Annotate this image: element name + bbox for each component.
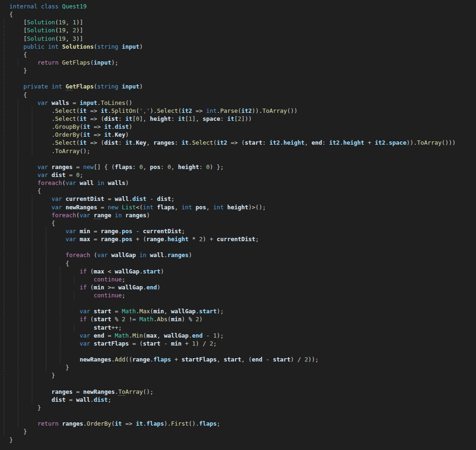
code-token: (	[90, 251, 97, 258]
code-line[interactable]: }	[0, 404, 476, 412]
code-token: [	[132, 115, 136, 122]
code-token: dist	[104, 139, 118, 146]
code-token: startFlaps	[181, 356, 216, 363]
code-line[interactable]: [Solution(19, 3)]	[0, 35, 476, 43]
code-line[interactable]: dist = wall.dist;	[0, 396, 476, 404]
code-line[interactable]: if (max < wallGap.start)	[0, 267, 476, 275]
code-line[interactable]: .GroupBy(it => it.dist)	[0, 123, 476, 131]
code-line[interactable]: return ranges.OrderBy(it => it.flaps).Fi…	[0, 420, 476, 428]
code-line[interactable]: var end = Math.Min(max, wallGap.end - 1)…	[0, 332, 476, 339]
code-line[interactable]: var start = Math.Max(min, wallGap.start)…	[0, 307, 476, 315]
code-line[interactable]: [Solution(19, 1)]	[0, 18, 476, 26]
code-line[interactable]: }	[0, 436, 476, 444]
code-token	[9, 83, 23, 90]
code-line[interactable]	[0, 243, 476, 251]
code-token: startFlaps	[94, 340, 129, 347]
indent-guide	[4, 59, 4, 66]
code-token: var	[80, 308, 90, 315]
code-token: ,	[146, 139, 153, 146]
code-line[interactable]: {	[0, 259, 476, 267]
code-line[interactable]: start++;	[0, 324, 476, 332]
code-token: range	[101, 228, 119, 235]
code-line[interactable]: {	[0, 219, 476, 227]
code-line[interactable]: }	[0, 428, 476, 435]
code-line[interactable]: private int GetFlaps(string input)	[0, 82, 476, 90]
code-line[interactable]	[0, 380, 476, 388]
code-token	[9, 396, 52, 403]
code-line[interactable]: .Select(it => it.SplitOn(',').Select(it2…	[0, 107, 476, 115]
code-line[interactable]	[0, 299, 476, 307]
code-line[interactable]: foreach (var wallGap in wall.ranges)	[0, 251, 476, 259]
code-token: dist	[115, 123, 129, 130]
code-line[interactable]	[0, 412, 476, 420]
indent-guide	[4, 412, 4, 420]
code-line[interactable]: .Select(it => (dist: it[0], height: it[1…	[0, 115, 476, 123]
code-token: int	[52, 83, 62, 90]
code-line[interactable]: }	[0, 363, 476, 371]
code-line[interactable]: var max = range.pos + (range.height * 2)…	[0, 235, 476, 243]
indent-guide	[32, 380, 32, 388]
code-line[interactable]: if (min >= wallGap.end)	[0, 283, 476, 291]
code-line[interactable]: public int Solutions(string input)	[0, 43, 476, 51]
code-line[interactable]: [Solution(19, 2)]	[0, 26, 476, 34]
code-line[interactable]	[0, 74, 476, 82]
code-line[interactable]: {	[0, 91, 476, 99]
code-line[interactable]: }	[0, 66, 476, 74]
code-token: Key	[136, 139, 147, 146]
indent-guide	[18, 347, 18, 355]
code-line[interactable]: ranges = newRanges.ToArray();	[0, 388, 476, 396]
code-token: start	[94, 324, 112, 331]
code-line[interactable]: return GetFlaps(input);	[0, 59, 476, 66]
code-token: start	[223, 356, 241, 363]
code-line[interactable]: var newRanges = new List<(int flaps, int…	[0, 203, 476, 211]
code-token	[9, 292, 94, 299]
code-line[interactable]: {	[0, 10, 476, 18]
indent-guide	[46, 355, 46, 363]
code-token: First	[171, 420, 189, 427]
code-line[interactable]: .ToArray();	[0, 147, 476, 155]
code-line[interactable]: var dist = 0;	[0, 171, 476, 179]
code-line[interactable]: {	[0, 187, 476, 195]
code-line[interactable]: var ranges = new[] { (flaps: 0, pos: 0, …	[0, 163, 476, 171]
code-token: .	[195, 308, 199, 315]
code-token	[48, 83, 52, 90]
code-token: {	[9, 260, 69, 267]
code-token: var	[66, 179, 76, 186]
code-line[interactable]: .OrderBy(it => it.Key)	[0, 131, 476, 139]
indent-guide	[46, 235, 46, 243]
indent-guide	[4, 315, 4, 323]
code-token: .	[111, 123, 115, 130]
code-token: ) %	[181, 316, 195, 323]
code-line[interactable]: continue;	[0, 291, 476, 299]
code-token: (	[55, 19, 59, 26]
code-token: Select	[55, 115, 76, 122]
code-token: wall	[80, 179, 94, 186]
code-token: )	[199, 316, 203, 323]
code-line[interactable]: foreach(var wall in walls)	[0, 179, 476, 187]
code-line[interactable]: if (start % 2 != Math.Abs(min) % 2)	[0, 315, 476, 323]
code-line[interactable]: var currentDist = wall.dist - dist;	[0, 195, 476, 203]
code-line[interactable]: }	[0, 371, 476, 379]
code-line[interactable]: .Select(it => (dist: it.Key, ranges: it.…	[0, 139, 476, 147]
code-token: start	[245, 139, 262, 146]
code-line[interactable]	[0, 155, 476, 163]
code-token: it2	[181, 107, 192, 114]
code-token: Solution	[27, 35, 55, 42]
code-line[interactable]: var startFlaps = (start - min + 1) / 2;	[0, 339, 476, 347]
code-line[interactable]: var min = range.pos - currentDist;	[0, 227, 476, 235]
code-line[interactable]: var walls = input.ToLines()	[0, 99, 476, 107]
code-line[interactable]: {	[0, 51, 476, 59]
code-token: ranges	[62, 420, 83, 427]
indent-guide	[18, 123, 18, 131]
code-area[interactable]: internal class Quest19{ [Solution(19, 1)…	[0, 0, 476, 444]
indent-guide	[4, 243, 4, 251]
code-line[interactable]: internal class Quest19	[0, 2, 476, 10]
code-line[interactable]: continue;	[0, 275, 476, 283]
code-token: continue	[94, 292, 122, 299]
code-line[interactable]: newRanges.Add((range.flaps + startFlaps,…	[0, 355, 476, 363]
code-token: Add	[115, 356, 126, 363]
code-line[interactable]: foreach(var range in ranges)	[0, 211, 476, 219]
code-token: [	[9, 35, 27, 42]
indent-guide	[32, 363, 32, 371]
code-line[interactable]	[0, 347, 476, 355]
